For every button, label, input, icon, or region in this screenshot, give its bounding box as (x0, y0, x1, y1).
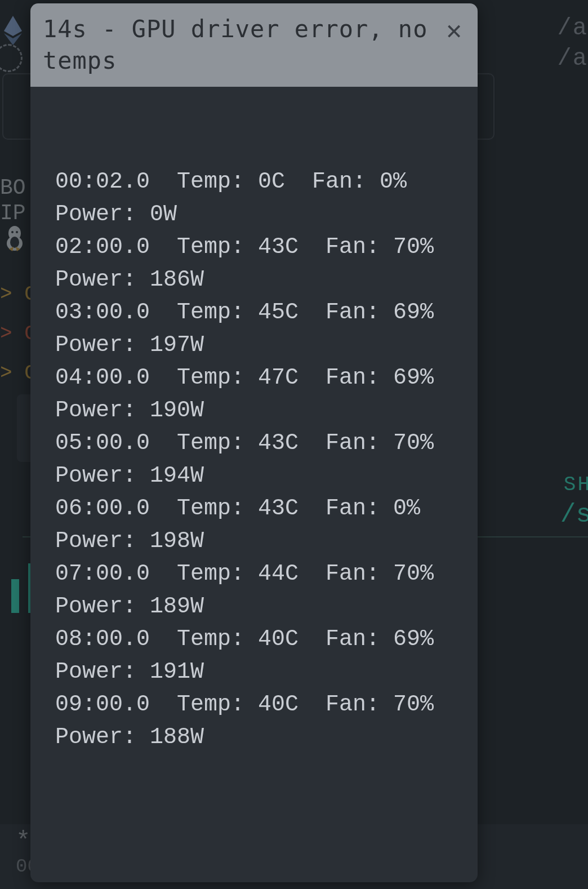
gpu-row: 09:00.0 Temp: 40C Fan: 70% (55, 688, 453, 721)
gpu-row-power: Power: 197W (55, 329, 453, 362)
gpu-row-power: Power: 198W (55, 525, 453, 558)
gpu-row: 04:00.0 Temp: 47C Fan: 69% (55, 362, 453, 394)
gpu-error-modal: 14s - GPU driver error, no temps ✕ 00:02… (30, 3, 478, 882)
modal-body: 00:02.0 Temp: 0C Fan: 0%Power: 0W02:00.0… (30, 87, 478, 754)
gpu-row: 03:00.0 Temp: 45C Fan: 69% (55, 296, 453, 329)
gpu-row: 06:00.0 Temp: 43C Fan: 0% (55, 492, 453, 525)
gpu-row: 00:02.0 Temp: 0C Fan: 0% (55, 166, 453, 198)
gpu-row: 08:00.0 Temp: 40C Fan: 69% (55, 623, 453, 656)
modal-title: 14s - GPU driver error, no temps (43, 14, 443, 77)
gpu-row: 02:00.0 Temp: 43C Fan: 70% (55, 231, 453, 264)
gpu-row-power: Power: 191W (55, 656, 453, 688)
gpu-row-power: Power: 188W (55, 721, 453, 754)
modal-header: 14s - GPU driver error, no temps ✕ (30, 3, 478, 87)
gpu-row-power: Power: 190W (55, 394, 453, 427)
gpu-row: 07:00.0 Temp: 44C Fan: 70% (55, 558, 453, 590)
gpu-row-power: Power: 189W (55, 590, 453, 623)
gpu-row-power: Power: 194W (55, 460, 453, 492)
gpu-row-power: Power: 0W (55, 198, 453, 231)
gpu-row: 05:00.0 Temp: 43C Fan: 70% (55, 427, 453, 460)
gpu-row-power: Power: 186W (55, 264, 453, 296)
close-icon[interactable]: ✕ (443, 14, 465, 51)
